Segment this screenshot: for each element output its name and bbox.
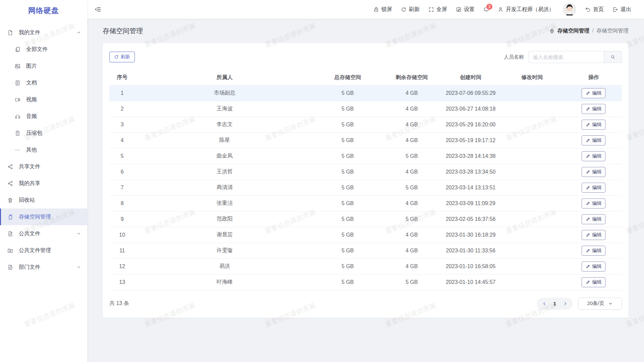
content-card: 刷新 人员名称 序号 所属人 总 xyxy=(103,43,629,318)
pencil-icon xyxy=(586,217,590,222)
document-icon xyxy=(7,264,13,270)
cell-owner: 王洪哲 xyxy=(135,164,314,180)
lock-screen-button[interactable]: 锁屏 xyxy=(373,6,392,13)
logout-button[interactable]: 退出 xyxy=(612,6,631,13)
cell-actions: 编辑 xyxy=(566,132,622,148)
edit-button[interactable]: 编辑 xyxy=(582,135,605,145)
refresh-page-button[interactable]: 刷新 xyxy=(401,6,420,13)
search-input[interactable] xyxy=(529,51,604,63)
table-refresh-button[interactable]: 刷新 xyxy=(109,52,135,62)
edit-button[interactable]: 编辑 xyxy=(582,277,605,287)
sidebar-item-label: 我的文件 xyxy=(19,29,76,36)
sidebar-collapse-button[interactable] xyxy=(95,6,101,13)
cell-created-time: 2023-06-27 14:08:18 xyxy=(442,101,499,117)
edit-button[interactable]: 编辑 xyxy=(582,151,605,161)
edit-button[interactable]: 编辑 xyxy=(582,183,605,193)
cell-total-storage: 5 GB xyxy=(314,180,381,195)
table-row: 3 李志文 5 GB 4 GB 2023-05-29 16:20:00 编辑 xyxy=(109,117,622,132)
fullscreen-icon xyxy=(428,7,434,12)
cell-index: 7 xyxy=(109,180,135,195)
cell-total-storage: 5 GB xyxy=(314,258,381,274)
table-footer: 共 13 条 1 20条/页 xyxy=(109,298,622,310)
edit-label: 编辑 xyxy=(592,263,601,269)
cell-index: 6 xyxy=(109,164,135,180)
document-icon xyxy=(7,231,13,237)
user-menu[interactable]: 开发工程师（易洪） xyxy=(498,6,554,13)
settings-button[interactable]: 设置 xyxy=(456,6,475,13)
sidebar-item-my-files[interactable]: 我的文件 xyxy=(0,24,87,41)
cell-actions: 编辑 xyxy=(566,85,622,101)
cell-owner: 范政阳 xyxy=(135,211,314,227)
logout-label: 退出 xyxy=(621,6,631,13)
collapse-menu-icon xyxy=(95,6,101,13)
topbar: 锁屏 刷新 全屏 设置 3 xyxy=(87,0,644,19)
pencil-icon xyxy=(586,91,590,96)
cell-modified-time xyxy=(499,195,566,211)
sidebar-item-public-files[interactable]: 公共文件 xyxy=(0,225,87,242)
prev-page-button[interactable] xyxy=(539,298,550,310)
page-size-select[interactable]: 20条/页 xyxy=(578,298,622,310)
edit-button[interactable]: 编辑 xyxy=(582,120,605,130)
headphones-icon xyxy=(15,114,20,119)
fullscreen-button[interactable]: 全屏 xyxy=(428,6,447,13)
cell-actions: 编辑 xyxy=(566,101,622,117)
home-button[interactable]: 首页 xyxy=(585,6,604,13)
cell-total-storage: 5 GB xyxy=(314,85,381,101)
sidebar-item-audio[interactable]: 音频 xyxy=(0,108,87,125)
sidebar-item-public-files-management[interactable]: 公共文件管理 xyxy=(0,242,87,259)
search-button[interactable] xyxy=(604,51,622,63)
cell-total-storage: 5 GB xyxy=(314,274,381,290)
sidebar-item-label: 回收站 xyxy=(19,197,81,204)
share-icon xyxy=(7,181,13,186)
table-row: 12 易洪 5 GB 4 GB 2023-01-10 16:58:05 编辑 xyxy=(109,258,622,274)
pencil-icon xyxy=(586,264,590,269)
breadcrumb-root[interactable]: 存储空间管理 xyxy=(557,27,590,35)
edit-button[interactable]: 编辑 xyxy=(582,214,605,224)
user-role-label: 开发工程师（易洪） xyxy=(506,6,554,13)
edit-button[interactable]: 编辑 xyxy=(582,167,605,177)
edit-button[interactable]: 编辑 xyxy=(582,230,605,240)
avatar[interactable] xyxy=(563,3,576,16)
cell-created-time: 2023-01-30 16:18:29 xyxy=(442,227,499,243)
sidebar-item-recycle-bin[interactable]: 回收站 xyxy=(0,192,87,208)
cell-created-time: 2023-01-10 16:58:05 xyxy=(442,258,499,274)
chevron-down-icon xyxy=(76,265,81,269)
search-label: 人员名称 xyxy=(504,54,524,60)
sidebar-item-storage-management[interactable]: 存储空间管理 xyxy=(0,208,87,225)
sidebar-item-label: 部门文件 xyxy=(19,264,76,271)
edit-button[interactable]: 编辑 xyxy=(582,246,605,256)
cell-remaining-storage: 4 GB xyxy=(381,164,442,180)
sidebar-item-department-files[interactable]: 部门文件 xyxy=(0,259,87,276)
cell-total-storage: 5 GB xyxy=(314,243,381,258)
cell-total-storage: 5 GB xyxy=(314,101,381,117)
search-icon xyxy=(610,55,615,59)
sidebar-item-images[interactable]: 图片 xyxy=(0,58,87,74)
current-page[interactable]: 1 xyxy=(550,301,559,306)
cell-owner: 谢晨芸 xyxy=(135,227,314,243)
sidebar-item-videos[interactable]: 视频 xyxy=(0,91,87,108)
sidebar-item-my-shares[interactable]: 我的共享 xyxy=(0,175,87,192)
document-icon xyxy=(7,30,13,36)
edit-label: 编辑 xyxy=(592,169,601,175)
sidebar-item-archives[interactable]: 压缩包 xyxy=(0,125,87,141)
breadcrumb-current: 存储空间管理 xyxy=(596,27,629,35)
cell-remaining-storage: 5 GB xyxy=(381,180,442,195)
next-page-button[interactable] xyxy=(559,298,571,310)
edit-label: 编辑 xyxy=(592,248,601,254)
sidebar-item-others[interactable]: 其他 xyxy=(0,141,87,158)
cell-index: 4 xyxy=(109,132,135,148)
sidebar-item-shared-files[interactable]: 共享文件 xyxy=(0,158,87,175)
cell-modified-time xyxy=(499,101,566,117)
edit-button[interactable]: 编辑 xyxy=(582,88,605,98)
table-row: 7 商清清 5 GB 5 GB 2023-03-14 13:13:51 编辑 xyxy=(109,180,622,195)
cell-total-storage: 5 GB xyxy=(314,148,381,164)
sidebar-item-documents[interactable]: 文档 xyxy=(0,74,87,91)
notifications-button[interactable]: 3 xyxy=(483,7,489,12)
cell-remaining-storage: 4 GB xyxy=(381,243,442,258)
sidebar-item-all-files[interactable]: 全部文件 xyxy=(0,41,87,58)
edit-button[interactable]: 编辑 xyxy=(582,104,605,114)
app-logo[interactable]: 网络硬盘 xyxy=(0,0,87,21)
edit-button[interactable]: 编辑 xyxy=(582,198,605,208)
edit-button[interactable]: 编辑 xyxy=(582,261,605,272)
chevron-down-icon xyxy=(608,301,613,306)
